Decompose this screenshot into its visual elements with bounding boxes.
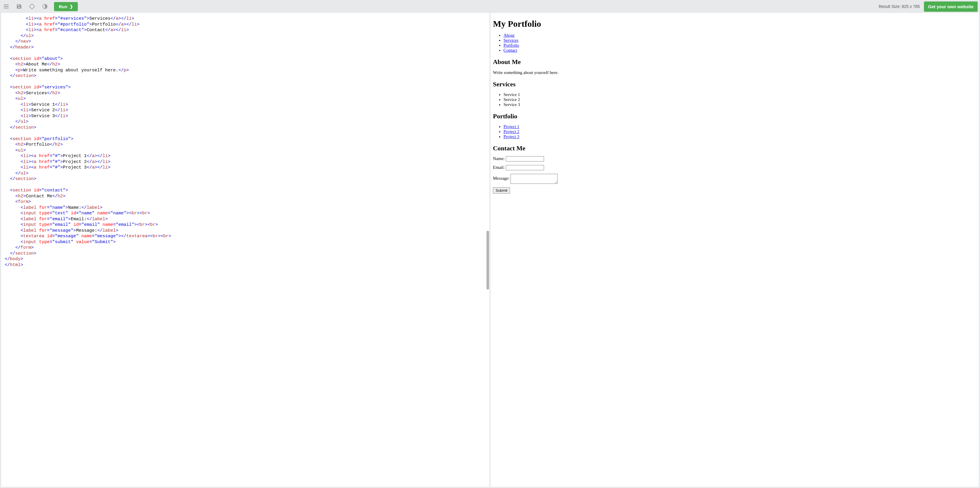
services-list: Service 1 Service 2 Service 3 (493, 92, 977, 107)
list-item: Service 2 (503, 97, 977, 102)
editor-pane: <li><a href="#services">Services</a></li… (1, 13, 489, 487)
main: <li><a href="#services">Services</a></li… (0, 13, 980, 488)
list-item: Service 3 (503, 102, 977, 107)
list-item: Project 3 (503, 134, 977, 139)
contact-heading: Contact Me (493, 145, 977, 152)
project-link[interactable]: Project 2 (503, 129, 519, 134)
toolbar-left: Run ❯ (2, 2, 78, 11)
email-field[interactable] (506, 165, 544, 170)
toolbar-right: Result Size: 825 x 785 Get your own webs… (879, 2, 978, 12)
list-item: About (503, 33, 977, 38)
list-item: Service 1 (503, 92, 977, 97)
nav-link-contact[interactable]: Contact (503, 48, 517, 52)
name-field[interactable] (506, 156, 544, 162)
code-editor[interactable]: <li><a href="#services">Services</a></li… (1, 13, 489, 487)
save-icon[interactable] (15, 3, 23, 10)
services-heading: Services (493, 81, 977, 88)
chevron-right-icon: ❯ (70, 4, 73, 9)
email-label: Email: (493, 165, 505, 170)
rotate-icon[interactable] (28, 3, 36, 10)
page-title: My Portfolio (493, 19, 977, 29)
run-label: Run (59, 4, 67, 9)
form-row-message: Message: (493, 174, 977, 184)
scrollbar[interactable] (487, 231, 489, 289)
portfolio-list: Project 1 Project 2 Project 3 (493, 124, 977, 139)
menu-icon[interactable] (2, 3, 10, 10)
list-item: Project 1 (503, 124, 977, 129)
svg-rect-3 (29, 4, 35, 9)
result-pane: My Portfolio About Services Portfolio Co… (491, 13, 979, 487)
nav-link-services[interactable]: Services (503, 38, 519, 43)
message-field[interactable] (511, 174, 557, 184)
nav-list: About Services Portfolio Contact (493, 33, 977, 53)
list-item: Project 2 (503, 129, 977, 134)
nav-link-about[interactable]: About (503, 33, 515, 38)
theme-icon[interactable] (41, 3, 49, 10)
about-heading: About Me (493, 58, 977, 66)
form-row-submit (493, 188, 977, 194)
result-size-label: Result Size: 825 x 785 (879, 4, 920, 9)
nav-link-portfolio[interactable]: Portfolio (503, 43, 519, 48)
message-label: Message: (493, 176, 510, 181)
name-label: Name: (493, 156, 505, 161)
form-row-name: Name: (493, 156, 977, 162)
list-item: Contact (503, 48, 977, 53)
list-item: Services (503, 38, 977, 43)
about-text: Write something about yourself here. (493, 70, 977, 75)
project-link[interactable]: Project 1 (503, 124, 519, 129)
run-button[interactable]: Run ❯ (54, 2, 78, 11)
project-link[interactable]: Project 3 (503, 134, 519, 139)
toolbar: Run ❯ Result Size: 825 x 785 Get your ow… (0, 0, 980, 13)
portfolio-heading: Portfolio (493, 113, 977, 120)
form-row-email: Email: (493, 165, 977, 170)
get-website-button[interactable]: Get your own website (924, 2, 978, 12)
submit-button[interactable] (493, 188, 510, 194)
list-item: Portfolio (503, 43, 977, 48)
